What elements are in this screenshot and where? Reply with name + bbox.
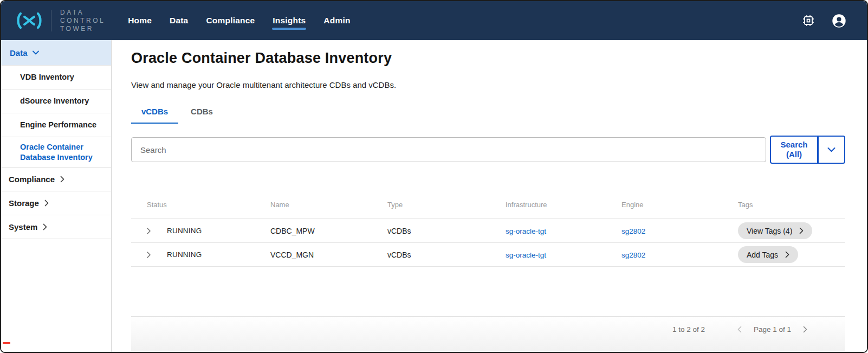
column-header-type: Type [387, 201, 506, 209]
infrastructure-link[interactable]: sg-oracle-tgt [506, 251, 546, 259]
sidebar-item-dsource-inventory[interactable]: dSource Inventory [1, 89, 111, 113]
nav-item-admin[interactable]: Admin [323, 10, 350, 31]
sidebar-item-label: Oracle Container Database Inventory [20, 142, 103, 163]
nav-item-compliance[interactable]: Compliance [206, 10, 255, 31]
nav-item-insights[interactable]: Insights [273, 10, 306, 31]
top-navbar: DATA CONTROL TOWER Home Data Compliance … [1, 1, 867, 40]
sidebar-section-system[interactable]: System [1, 215, 111, 239]
view-tags-button[interactable]: View Tags (4) [738, 222, 812, 239]
developer-board-icon[interactable] [802, 14, 815, 27]
search-input[interactable] [131, 137, 766, 162]
sidebar-section-data[interactable]: Data [1, 40, 111, 65]
tab-bar: vCDBs CDBs [131, 104, 845, 124]
chevron-right-icon [803, 326, 807, 333]
engine-link[interactable]: sg2802 [621, 227, 645, 235]
page-title: Oracle Container Database Inventory [131, 50, 845, 67]
chevron-down-icon [827, 147, 835, 152]
logo-divider [51, 10, 51, 31]
sidebar-item-engine-performance[interactable]: Engine Performance [1, 113, 111, 137]
add-tags-label: Add Tags [747, 251, 778, 259]
chevron-down-icon [33, 50, 39, 55]
sidebar-item-label: Engine Performance [20, 120, 96, 130]
search-bar: Search(All) [131, 136, 845, 164]
column-header-infrastructure: Infrastructure [506, 201, 621, 209]
delphix-x-logo-icon [15, 11, 43, 30]
sidebar-section-label: Compliance [9, 175, 55, 184]
previous-page-button[interactable] [733, 326, 746, 333]
sidebar-section-compliance[interactable]: Compliance [1, 168, 111, 191]
cdb-table: Status Name Type Infrastructure Engine T… [131, 193, 845, 267]
chevron-right-icon [799, 227, 804, 234]
sidebar-item-oracle-container-database-inventory[interactable]: Oracle Container Database Inventory [1, 137, 111, 168]
sidebar-section-label: System [9, 222, 37, 232]
sidebar-item-vdb-inventory[interactable]: VDB Inventory [1, 66, 111, 89]
chevron-right-icon [147, 252, 151, 258]
cell-status: RUNNING [167, 227, 270, 235]
table-footer: 1 to 2 of 2 Page 1 of 1 [131, 316, 845, 352]
nav-item-data[interactable]: Data [170, 10, 188, 31]
table-row: RUNNING VCCD_MGN vCDBs sg-oracle-tgt sg2… [131, 243, 845, 267]
sidebar-section-label: Storage [9, 198, 39, 208]
navbar-right [802, 14, 854, 28]
main-nav: Home Data Compliance Insights Admin [128, 10, 350, 31]
tab-vcdbs[interactable]: vCDBs [131, 104, 178, 124]
view-tags-label: View Tags (4) [747, 227, 792, 235]
sidebar: Data VDB Inventory dSource Inventory Eng… [1, 40, 112, 352]
page-subtitle: View and manage your Oracle multitenant … [131, 80, 845, 89]
chevron-right-icon [60, 176, 64, 183]
red-marker [3, 342, 10, 344]
nav-item-home[interactable]: Home [128, 10, 152, 31]
search-options-dropdown-button[interactable] [818, 136, 845, 164]
search-button-line1: Search [780, 140, 807, 149]
tab-cdbs[interactable]: CDBs [178, 104, 225, 124]
engine-link[interactable]: sg2802 [621, 251, 645, 259]
search-all-button[interactable]: Search(All) [770, 136, 818, 164]
account-circle-icon[interactable] [832, 14, 846, 28]
table-row: RUNNING CDBC_MPW vCDBs sg-oracle-tgt sg2… [131, 219, 845, 243]
row-range-label: 1 to 2 of 2 [672, 325, 705, 333]
column-header-status: Status [147, 201, 270, 209]
chevron-right-icon [43, 223, 47, 230]
app-window: DATA CONTROL TOWER Home Data Compliance … [0, 0, 868, 353]
row-expand-button[interactable] [147, 252, 167, 258]
chevron-left-icon [737, 326, 742, 333]
cell-name: CDBC_MPW [270, 227, 387, 235]
chevron-right-icon [785, 251, 789, 258]
sidebar-section-data-label: Data [10, 48, 28, 57]
column-header-name: Name [270, 201, 387, 209]
sidebar-item-label: VDB Inventory [20, 72, 74, 82]
sidebar-item-label: dSource Inventory [20, 96, 89, 106]
search-button-line2: (All) [786, 150, 802, 159]
infrastructure-link[interactable]: sg-oracle-tgt [506, 227, 546, 235]
content-spacer [131, 267, 845, 316]
column-header-tags: Tags [738, 201, 845, 209]
next-page-button[interactable] [799, 326, 812, 333]
row-expand-button[interactable] [147, 228, 167, 234]
column-header-engine: Engine [621, 201, 738, 209]
sidebar-section-storage[interactable]: Storage [1, 191, 111, 215]
chevron-right-icon [44, 200, 49, 207]
cell-status: RUNNING [167, 251, 270, 259]
add-tags-button[interactable]: Add Tags [738, 246, 798, 263]
chevron-right-icon [147, 228, 151, 234]
main-content: Oracle Container Database Inventory View… [112, 40, 867, 352]
cell-type: vCDBs [387, 251, 506, 259]
cell-type: vCDBs [387, 227, 506, 235]
app-logo: DATA CONTROL TOWER [15, 9, 105, 33]
table-header-row: Status Name Type Infrastructure Engine T… [131, 193, 845, 219]
page-label: Page 1 of 1 [754, 325, 791, 333]
logo-wordmark: DATA CONTROL TOWER [60, 9, 105, 33]
cell-name: VCCD_MGN [270, 251, 387, 259]
